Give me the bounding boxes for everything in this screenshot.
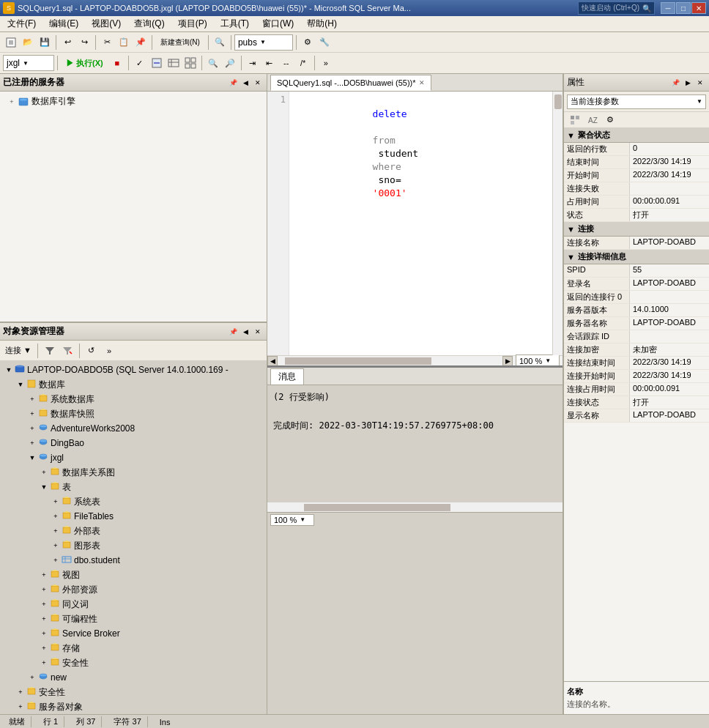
tree-systables[interactable]: + 系统表 bbox=[0, 494, 267, 509]
reg-servers-pin[interactable]: 📌 bbox=[227, 77, 239, 89]
tree-tables[interactable]: ▼ 表 bbox=[0, 480, 267, 494]
storage-expand[interactable]: + bbox=[38, 645, 50, 652]
grid-btn[interactable] bbox=[182, 55, 198, 71]
dingbao-expand[interactable]: + bbox=[26, 439, 38, 447]
oe-filter2-btn[interactable] bbox=[59, 343, 75, 359]
menu-tools[interactable]: 工具(T) bbox=[215, 16, 255, 31]
views-expand[interactable]: + bbox=[38, 571, 50, 579]
tree-synonyms[interactable]: + 同义词 bbox=[0, 597, 267, 612]
stop-btn[interactable]: ■ bbox=[109, 55, 125, 71]
uncomment-btn[interactable]: /* bbox=[295, 55, 311, 71]
tree-dingbao[interactable]: + DingBao bbox=[0, 436, 267, 450]
new-query-btn2[interactable]: 新建查询(N) bbox=[155, 34, 205, 51]
new-query-btn[interactable] bbox=[3, 34, 19, 51]
adventureworks-expand[interactable]: + bbox=[26, 425, 38, 432]
tree-graphtables[interactable]: + 图形表 bbox=[0, 538, 267, 553]
synonyms-expand[interactable]: + bbox=[38, 601, 50, 608]
props-close[interactable]: ✕ bbox=[694, 77, 706, 89]
tree-serverobjs[interactable]: + 服务器对象 bbox=[0, 699, 267, 714]
server-expand[interactable]: ▼ bbox=[3, 366, 15, 374]
save-btn[interactable]: 💾 bbox=[37, 34, 53, 51]
props-categories-btn[interactable] bbox=[567, 112, 583, 128]
hscroll-left[interactable]: ◀ bbox=[267, 356, 278, 366]
zoom-out-btn[interactable]: 🔎 bbox=[222, 55, 238, 71]
copy-btn[interactable]: 📋 bbox=[116, 34, 132, 51]
oe-connect-btn[interactable]: 连接 ▼ bbox=[3, 343, 34, 359]
section-aggregate-expand[interactable]: ▼ bbox=[567, 131, 575, 140]
oe-more-btn[interactable]: » bbox=[101, 343, 117, 359]
tree-security2[interactable]: + 安全性 bbox=[0, 685, 267, 699]
indent-btn[interactable]: ⇥ bbox=[245, 55, 261, 71]
results-btn[interactable] bbox=[166, 55, 182, 71]
props-arrow[interactable]: ▶ bbox=[682, 77, 694, 89]
query-tab[interactable]: SQLQuery1.sql -...DO5B\huawei (55))* ✕ bbox=[270, 75, 431, 91]
serverobjs-expand[interactable]: + bbox=[15, 703, 26, 710]
new-expand[interactable]: + bbox=[26, 674, 38, 681]
systables-expand[interactable]: + bbox=[50, 498, 62, 505]
oe-filter-btn[interactable] bbox=[42, 343, 58, 359]
unindent-btn[interactable]: ⇤ bbox=[261, 55, 278, 71]
tables-expand[interactable]: ▼ bbox=[38, 483, 50, 491]
menu-project[interactable]: 项目(P) bbox=[172, 16, 213, 31]
tree-databases[interactable]: ▼ 数据库 bbox=[0, 377, 267, 392]
tree-externalresources[interactable]: + 外部资源 bbox=[0, 582, 267, 597]
tools-btn[interactable]: 🔧 bbox=[316, 34, 333, 51]
execute-btn[interactable]: ▶ 执行(X) bbox=[61, 55, 108, 71]
redo-btn[interactable]: ↪ bbox=[76, 34, 92, 51]
props-pin[interactable]: 📌 bbox=[669, 77, 681, 89]
menu-window[interactable]: 窗口(W) bbox=[256, 16, 300, 31]
externaltables-expand[interactable]: + bbox=[50, 527, 62, 535]
close-button[interactable]: ✕ bbox=[691, 2, 706, 14]
paste-btn[interactable]: 📌 bbox=[133, 34, 149, 51]
results-zoom[interactable]: 100 % ▼ bbox=[270, 514, 314, 526]
tree-server[interactable]: ▼ LAPTOP-DOABDO5B (SQL Server 14.0.1000.… bbox=[0, 363, 267, 377]
tree-servicebroker[interactable]: + Service Broker bbox=[0, 626, 267, 641]
dbostudent-expand[interactable]: + bbox=[50, 557, 62, 564]
menu-edit[interactable]: 编辑(E) bbox=[43, 16, 84, 31]
parse-btn[interactable]: ✓ bbox=[132, 55, 148, 71]
security-db-expand[interactable]: + bbox=[38, 659, 50, 666]
tree-adventureworks[interactable]: + AdventureWorks2008 bbox=[0, 421, 267, 436]
properties-btn[interactable]: ⚙ bbox=[300, 34, 316, 51]
minimize-button[interactable]: ─ bbox=[661, 2, 675, 14]
undo-btn[interactable]: ↩ bbox=[59, 34, 75, 51]
props-extra-btn[interactable]: ⚙ bbox=[602, 112, 618, 128]
oe-pin[interactable]: 📌 bbox=[227, 326, 239, 338]
open-btn[interactable]: 📂 bbox=[20, 34, 36, 51]
reg-servers-arrow[interactable]: ◀ bbox=[240, 77, 251, 89]
zoom-in-btn[interactable]: 🔍 bbox=[205, 55, 221, 71]
extra-btn[interactable]: » bbox=[318, 55, 334, 71]
menu-view[interactable]: 视图(V) bbox=[86, 16, 127, 31]
externalresources-expand[interactable]: + bbox=[38, 586, 50, 593]
props-alpha-btn[interactable]: AZ bbox=[584, 112, 601, 128]
search-btn[interactable]: 🔍 bbox=[212, 34, 228, 51]
tree-systemdbs[interactable]: + 系统数据库 bbox=[0, 392, 267, 406]
editor-hscroll[interactable]: ◀ ▶ 100 % ▼ bbox=[267, 355, 563, 365]
section-connection-expand[interactable]: ▼ bbox=[567, 225, 575, 234]
maximize-button[interactable]: □ bbox=[676, 2, 691, 14]
tree-dbsnapshots[interactable]: + 数据库快照 bbox=[0, 406, 267, 421]
expand-icon[interactable]: + bbox=[6, 96, 18, 108]
quick-launch-input[interactable]: 快速启动 (Ctrl+Q) bbox=[582, 3, 639, 13]
oe-refresh-btn[interactable]: ↺ bbox=[83, 343, 100, 359]
comment-btn[interactable]: -- bbox=[278, 55, 294, 71]
hscroll-track[interactable] bbox=[278, 356, 502, 365]
query-tab-close[interactable]: ✕ bbox=[419, 79, 425, 86]
tree-storage[interactable]: + 存储 bbox=[0, 641, 267, 655]
messages-tab[interactable]: 消息 bbox=[270, 368, 304, 385]
filetables-expand[interactable]: + bbox=[50, 513, 62, 520]
tree-programmability[interactable]: + 可编程性 bbox=[0, 612, 267, 626]
db-dropdown2[interactable]: jxgl ▼ bbox=[3, 55, 54, 71]
oe-close[interactable]: ✕ bbox=[252, 326, 264, 338]
menu-help[interactable]: 帮助(H) bbox=[301, 16, 343, 31]
tree-externaltables[interactable]: + 外部表 bbox=[0, 524, 267, 538]
tree-dbdiagrams[interactable]: + 数据库关系图 bbox=[0, 465, 267, 480]
db-dropdown[interactable]: pubs ▼ bbox=[234, 34, 293, 51]
graphtables-expand[interactable]: + bbox=[50, 542, 62, 549]
tree-dbostudent[interactable]: + dbo.student bbox=[0, 553, 267, 568]
display-query-btn[interactable] bbox=[149, 55, 165, 71]
section-details-expand[interactable]: ▼ bbox=[567, 253, 575, 261]
cut-btn[interactable]: ✂ bbox=[99, 34, 115, 51]
tree-security-db[interactable]: + 安全性 bbox=[0, 655, 267, 670]
systemdbs-expand[interactable]: + bbox=[26, 395, 38, 403]
